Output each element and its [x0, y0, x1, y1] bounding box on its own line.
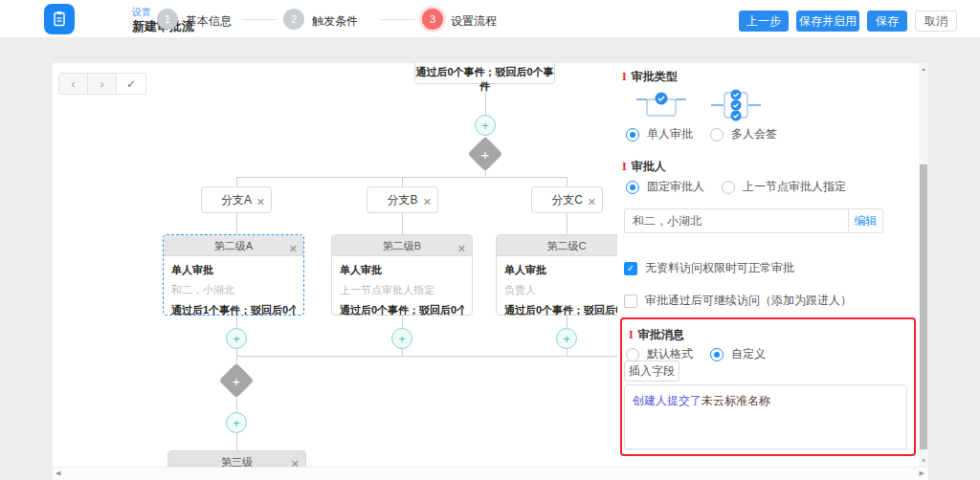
add-node-icon[interactable]: + [475, 115, 496, 136]
step-connector [241, 19, 276, 20]
required-marker: I [622, 160, 627, 173]
node-assignee: 和二，小湖北 [171, 283, 296, 297]
add-node-icon[interactable]: + [391, 328, 412, 349]
step-3-label: 设置流程 [451, 13, 497, 30]
node-assignee: 上一节点审批人指定 [340, 283, 464, 297]
scroll-right-icon[interactable]: ▶ [920, 469, 924, 477]
approver-input[interactable]: 和二，小湖北 [625, 209, 848, 232]
step-3-circle[interactable]: 3 [422, 9, 443, 30]
node-title: 第三级 [221, 456, 253, 467]
radio-label: 多人会签 [731, 126, 777, 142]
connector [402, 177, 403, 186]
connector [236, 349, 237, 356]
checkbox-no-permission-approve[interactable]: ✓ [624, 262, 637, 275]
branch-node-b[interactable]: 分支B ✕ [367, 186, 438, 213]
connector [402, 213, 403, 234]
branch-node-a[interactable]: 分支A ✕ [201, 186, 272, 213]
single-approval-icon[interactable] [636, 89, 686, 121]
multi-countersign-icon[interactable] [711, 89, 761, 121]
close-icon[interactable]: ✕ [457, 238, 466, 259]
approver-input-group: 和二，小湖北 编辑 [624, 208, 883, 233]
app-logo-icon [44, 4, 75, 34]
save-and-enable-button[interactable]: 保存并启用 [796, 11, 859, 32]
scroll-up-icon[interactable]: ▲ [919, 66, 928, 72]
required-marker: I [629, 328, 634, 341]
panel-scrollbar[interactable]: ▲ ▼ [919, 63, 928, 467]
step-2-label: 触发条件 [312, 13, 358, 30]
scroll-down-icon[interactable]: ▼ [919, 458, 928, 464]
node-events: 通过后0个事件；驳回后0个事件 [504, 303, 629, 317]
node-assignee: 负责人 [504, 283, 629, 297]
connector [236, 177, 237, 186]
flow-node-events-summary[interactable]: 通过后0个事件；驳回后0个事件 [414, 63, 555, 84]
checkbox-label: 无资料访问权限时可正常审批 [645, 260, 794, 276]
approval-node-level2-a[interactable]: 第二级A ✕ 单人审批 和二，小湖北 通过后1个事件；驳回后0个事件 [163, 234, 304, 316]
canvas-toolbar: ‹ › ✓ [58, 73, 146, 95]
cancel-button[interactable]: 取消 [915, 11, 957, 32]
approval-type-icons [636, 89, 761, 121]
add-node-icon[interactable]: + [226, 412, 247, 433]
message-text-creator: 创建人提交了 [633, 394, 702, 407]
step-connector [381, 19, 415, 20]
approval-type-section-label: I审批类型 [622, 69, 678, 85]
connector [402, 349, 403, 356]
top-header: 设置 新建审批流 1 基本信息 2 触发条件 3 设置流程 上一步 保存并启用 … [0, 0, 980, 38]
insert-field-button[interactable]: 插入字段 [624, 360, 679, 382]
radio-previous-node-approver[interactable] [722, 181, 735, 194]
step-1-circle[interactable]: 1 [157, 9, 178, 30]
radio-custom-format[interactable] [710, 348, 724, 361]
validate-check-icon[interactable]: ✓ [117, 74, 145, 94]
close-icon[interactable]: ✕ [291, 453, 300, 467]
message-text-form-name: 未云标准名称 [702, 394, 770, 407]
branch-label: 分支B [387, 193, 417, 207]
radio-fixed-approver[interactable] [626, 181, 639, 194]
close-icon[interactable]: ✕ [588, 189, 596, 214]
radio-label: 自定义 [731, 346, 766, 362]
add-node-icon[interactable]: + [226, 328, 247, 349]
node-title: 第二级B [383, 240, 421, 251]
branch-split-diamond[interactable]: + [473, 142, 498, 166]
node-title: 第二级C [547, 240, 587, 251]
checkbox-continue-access[interactable] [624, 295, 637, 308]
checkbox-label: 审批通过后可继续访问（添加为跟进人） [645, 293, 852, 309]
edit-approver-button[interactable]: 编辑 [848, 209, 882, 232]
undo-icon[interactable]: ‹ [59, 74, 88, 94]
flow-canvas[interactable]: ‹ › ✓ 通过后0个事件；驳回后0个事件 + + 分支A ✕ 分支B ✕ 分支… [53, 63, 928, 467]
node-settings-panel: I审批类型 单人审批 多人会签 [617, 63, 919, 467]
radio-label: 固定审批人 [647, 179, 704, 195]
radio-default-format[interactable] [626, 348, 639, 361]
prev-step-button[interactable]: 上一步 [739, 11, 789, 32]
branch-merge-diamond[interactable]: + [224, 368, 249, 393]
connector [236, 433, 237, 450]
plus-icon: + [224, 368, 249, 393]
radio-multi-countersign[interactable] [710, 128, 724, 142]
step-2-circle[interactable]: 2 [283, 9, 304, 30]
node-events: 通过后0个事件；驳回后0个事件 [340, 303, 464, 317]
app-section-label: 设置 [132, 6, 151, 19]
approval-node-level2-b[interactable]: 第二级B ✕ 单人审批 上一节点审批人指定 通过后0个事件；驳回后0个事件 [331, 234, 473, 316]
scrollbar-thumb[interactable] [920, 164, 927, 449]
approval-message-section-label: I审批消息 [629, 327, 684, 343]
required-marker: I [622, 70, 627, 83]
close-icon[interactable]: ✕ [289, 238, 298, 259]
message-content-textarea[interactable]: 创建人提交了未云标准名称 [624, 384, 907, 449]
branch-label: 分支C [551, 193, 583, 207]
approval-node-level2-c[interactable]: 第二级C ✕ 单人审批 负责人 通过后0个事件；驳回后0个事件 [496, 234, 637, 316]
scroll-left-icon[interactable]: ◀ [56, 469, 60, 477]
connector [567, 177, 568, 186]
close-icon[interactable]: ✕ [256, 189, 265, 214]
radio-label: 上一节点审批人指定 [743, 179, 846, 195]
add-node-icon[interactable]: + [556, 328, 577, 349]
node-title: 第二级A [214, 240, 253, 251]
branch-label: 分支A [221, 193, 252, 207]
redo-icon[interactable]: › [88, 74, 117, 94]
close-icon[interactable]: ✕ [423, 189, 432, 214]
node-approval-type: 单人审批 [171, 263, 296, 277]
branch-node-c[interactable]: 分支C ✕ [531, 186, 603, 213]
approval-node-level3[interactable]: 第三级 ✕ [167, 450, 306, 467]
node-events: 通过后1个事件；驳回后0个事件 [171, 303, 296, 317]
save-button[interactable]: 保存 [867, 11, 907, 32]
canvas-h-scrollbar[interactable]: ◀ ▶ [53, 468, 928, 480]
radio-single-approval[interactable] [626, 128, 639, 142]
plus-icon: + [473, 142, 498, 166]
